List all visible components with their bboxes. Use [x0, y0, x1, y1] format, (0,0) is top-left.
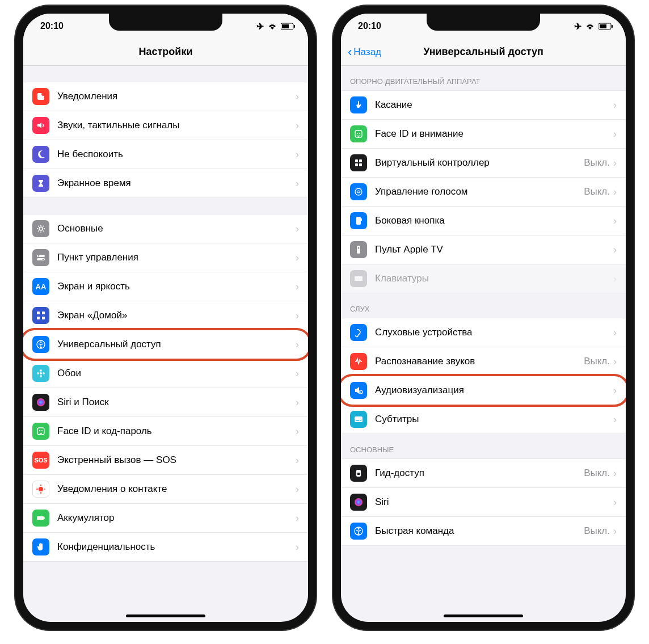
section-gap — [23, 66, 308, 82]
chevron-right-icon: › — [613, 99, 617, 111]
svg-point-46 — [358, 247, 360, 249]
row-shortcut[interactable]: Быстрая командаВыкл.› — [341, 517, 626, 546]
row-touch[interactable]: Касание› — [341, 90, 626, 120]
row-label: Не беспокоить — [57, 149, 296, 160]
row-switchcontrol[interactable]: Виртуальный контроллерВыкл.› — [341, 149, 626, 178]
row-label: Звуки, тактильные сигналы — [57, 120, 296, 131]
row-subtitles[interactable]: Субтитры› — [341, 405, 626, 434]
chevron-right-icon: › — [613, 468, 617, 479]
row-label: Универсальный доступ — [57, 339, 296, 350]
settings-list[interactable]: Уведомления›Звуки, тактильные сигналы›Не… — [23, 66, 308, 622]
chevron-right-icon: › — [296, 252, 299, 264]
chevron-right-icon: › — [613, 157, 617, 169]
section-gap — [23, 198, 308, 214]
screen-left: 20:10 ✈︎ Настройки Уведомления›Звуки, та… — [23, 14, 308, 622]
row-siri[interactable]: Siri и Поиск› — [23, 388, 308, 417]
home-indicator[interactable] — [126, 614, 205, 617]
row-siri2[interactable]: Siri› — [341, 488, 626, 517]
remote-icon — [350, 241, 367, 258]
phone-right: 20:10 ✈︎ ‹ Назад Универсальный доступ ОП… — [333, 6, 634, 630]
svg-point-16 — [40, 372, 42, 374]
acc-icon — [32, 336, 49, 353]
notif-icon — [32, 88, 49, 105]
chevron-right-icon: › — [296, 223, 299, 235]
svg-rect-33 — [600, 24, 606, 28]
row-label: Аудиовизуализация — [375, 385, 613, 396]
section: Касание›Face ID и внимание›Виртуальный к… — [341, 90, 626, 293]
aa-icon: AA — [32, 278, 49, 295]
row-wallpaper[interactable]: Обои› — [23, 359, 308, 388]
guided-icon — [350, 465, 367, 482]
svg-point-49 — [360, 392, 361, 393]
notch — [427, 14, 540, 31]
row-dnd[interactable]: Не беспокоить› — [23, 140, 308, 169]
sound-icon — [32, 117, 49, 134]
row-sounds[interactable]: Звуки, тактильные сигналы› — [23, 111, 308, 140]
row-notifications[interactable]: Уведомления› — [23, 82, 308, 111]
back-button[interactable]: ‹ Назад — [348, 45, 381, 60]
accessibility-list[interactable]: ОПОРНО-ДВИГАТЕЛЬНЫЙ АППАРАТКасание›Face … — [341, 66, 626, 622]
row-privacy[interactable]: Конфиденциальность› — [23, 533, 308, 562]
row-label: Face ID и код-пароль — [57, 426, 296, 437]
row-label: Экстренный вызов — SOS — [57, 454, 296, 466]
row-label: Слуховые устройства — [375, 327, 613, 338]
hourglass-icon — [32, 175, 49, 192]
row-voicecontrol[interactable]: Управление голосомВыкл.› — [341, 178, 626, 207]
row-label: Обои — [57, 368, 296, 379]
row-faceid[interactable]: Face ID и код-пароль› — [23, 417, 308, 446]
page-title: Универсальный доступ — [423, 46, 543, 58]
touch-icon — [350, 96, 367, 113]
row-audiovisual[interactable]: Аудиовизуализация› — [341, 376, 626, 405]
grid-icon — [32, 307, 49, 324]
row-keyboards[interactable]: Клавиатуры› — [341, 264, 626, 293]
section-header: ОПОРНО-ДВИГАТЕЛЬНЫЙ АППАРАТ — [341, 66, 626, 90]
notch — [109, 14, 222, 31]
row-battery[interactable]: Аккумулятор› — [23, 504, 308, 533]
row-label: Основные — [57, 223, 296, 234]
switch-icon — [32, 249, 49, 266]
svg-point-9 — [43, 259, 44, 260]
row-homescreen[interactable]: Экран «Домой»› — [23, 301, 308, 330]
svg-point-19 — [37, 372, 39, 374]
home-indicator[interactable] — [444, 614, 523, 617]
row-guided[interactable]: Гид-доступВыкл.› — [341, 458, 626, 488]
row-soundrec[interactable]: Распознавание звуковВыкл.› — [341, 347, 626, 376]
svg-point-23 — [39, 430, 40, 431]
row-accessibility[interactable]: Универсальный доступ› — [23, 330, 308, 359]
battery-icon — [599, 23, 613, 30]
svg-rect-2 — [294, 25, 295, 28]
svg-rect-41 — [359, 163, 362, 166]
svg-rect-11 — [42, 312, 45, 314]
row-display[interactable]: AAЭкран и яркость› — [23, 272, 308, 301]
row-sidebutton[interactable]: Боковая кнопка› — [341, 207, 626, 235]
switchctl-icon — [350, 154, 367, 171]
chevron-right-icon: › — [296, 120, 299, 132]
row-exposure[interactable]: Уведомления о контакте› — [23, 475, 308, 504]
battery-icon — [281, 23, 296, 30]
svg-rect-1 — [282, 24, 289, 28]
section: Основные›Пункт управления›AAЭкран и ярко… — [23, 214, 308, 562]
row-hearing[interactable]: Слуховые устройства› — [341, 318, 626, 347]
svg-rect-38 — [355, 159, 358, 162]
flower-icon — [32, 365, 49, 382]
row-screentime[interactable]: Экранное время› — [23, 169, 308, 198]
chevron-right-icon: › — [296, 149, 299, 161]
face-icon — [350, 125, 367, 142]
row-value: Выкл. — [584, 525, 610, 537]
row-faceatt[interactable]: Face ID и внимание› — [341, 120, 626, 149]
row-controlcenter[interactable]: Пункт управления› — [23, 243, 308, 272]
moon-icon — [32, 146, 49, 163]
row-appletv[interactable]: Пульт Apple TV› — [341, 235, 626, 264]
section: Уведомления›Звуки, тактильные сигналы›Не… — [23, 82, 308, 198]
chevron-right-icon: › — [613, 525, 617, 537]
row-general[interactable]: Основные› — [23, 214, 308, 243]
row-label: Субтитры — [375, 414, 613, 425]
chevron-right-icon: › — [613, 327, 617, 339]
chevron-right-icon: › — [613, 186, 617, 198]
chevron-right-icon: › — [296, 426, 299, 437]
svg-point-17 — [40, 369, 42, 372]
row-sos[interactable]: SOSЭкстренный вызов — SOS› — [23, 446, 308, 475]
row-label: Аккумулятор — [57, 512, 296, 524]
chevron-right-icon: › — [613, 356, 617, 368]
row-label: Касание — [375, 99, 613, 111]
